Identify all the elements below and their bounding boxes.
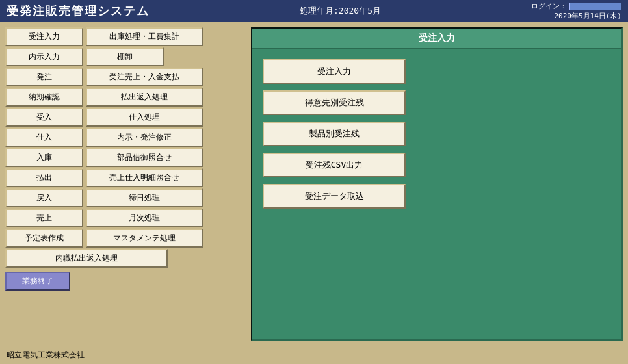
- nav-row-7: 入庫 部品借御照合せ: [5, 148, 246, 167]
- nav-row-4: 納期確認 払出返入処理: [5, 88, 246, 107]
- processing-date: 処理年月:2020年5月: [300, 5, 381, 17]
- header: 受発注販売管理システム 処理年月:2020年5月 ログイン： 2020年5月14…: [0, 0, 628, 22]
- header-right: ログイン： 2020年5月14日(木): [531, 1, 621, 21]
- btn-受注入力[interactable]: 受注入力: [5, 27, 83, 46]
- company-name: 昭立電気工業株式会社: [7, 350, 85, 361]
- nav-row-1: 受注入力 出庫処理・工費集計: [5, 27, 246, 46]
- login-bar: [569, 3, 621, 10]
- btn-仕入[interactable]: 仕入: [5, 128, 83, 147]
- btn-納期確認[interactable]: 納期確認: [5, 88, 83, 107]
- btn-部品借御照合せ[interactable]: 部品借御照合せ: [86, 148, 203, 167]
- app-title: 受発注販売管理システム: [7, 3, 150, 19]
- nav-row-9: 戻入 締日処理: [5, 188, 246, 207]
- action-btn-得意先別受注残[interactable]: 得意先別受注残: [263, 90, 406, 115]
- btn-出庫処理工費集計[interactable]: 出庫処理・工費集計: [86, 27, 203, 46]
- btn-入庫[interactable]: 入庫: [5, 148, 83, 167]
- btn-内示発注修正[interactable]: 内示・発注修正: [86, 128, 203, 147]
- btn-戻入[interactable]: 戻入: [5, 188, 83, 207]
- left-panel: 受注入力 出庫処理・工費集計 内示入力 棚卸 発注 受注売上・入金支払 納期確認…: [5, 27, 246, 341]
- right-panel-title: 受注入力: [252, 29, 621, 49]
- main-container: 受注入力 出庫処理・工費集計 内示入力 棚卸 発注 受注売上・入金支払 納期確認…: [0, 22, 628, 346]
- btn-内職払出返入処理[interactable]: 内職払出返入処理: [5, 249, 168, 268]
- btn-月次処理[interactable]: 月次処理: [86, 209, 203, 228]
- btn-マスタメンテ処理[interactable]: マスタメンテ処理: [86, 229, 203, 248]
- login-label: ログイン：: [531, 1, 567, 11]
- nav-row-11: 予定表作成 マスタメンテ処理: [5, 229, 246, 248]
- nav-row-2: 内示入力 棚卸: [5, 47, 246, 66]
- btn-払出返入処理[interactable]: 払出返入処理: [86, 88, 203, 107]
- nav-row-3: 発注 受注売上・入金支払: [5, 68, 246, 86]
- action-btn-受注残CSV出力[interactable]: 受注残CSV出力: [263, 153, 406, 177]
- current-date: 2020年5月14日(木): [531, 11, 621, 21]
- right-panel-body: 受注入力 得意先別受注残 製品別受注残 受注残CSV出力 受注データ取込: [252, 49, 621, 339]
- action-btn-受注データ取込[interactable]: 受注データ取込: [263, 184, 406, 209]
- btn-売上仕入明細照合せ[interactable]: 売上仕入明細照合せ: [86, 168, 203, 187]
- nav-row-6: 仕入 内示・発注修正: [5, 128, 246, 147]
- nav-row-12: 内職払出返入処理: [5, 249, 246, 268]
- right-panel: 受注入力 受注入力 得意先別受注残 製品別受注残 受注残CSV出力 受注データ取…: [251, 27, 623, 341]
- action-btn-製品別受注残[interactable]: 製品別受注残: [263, 122, 406, 146]
- nav-row-10: 売上 月次処理: [5, 209, 246, 228]
- footer: 昭立電気工業株式会社: [0, 346, 628, 364]
- btn-仕入処理[interactable]: 仕入処理: [86, 108, 203, 127]
- btn-業務終了[interactable]: 業務終了: [5, 272, 70, 291]
- btn-締日処理[interactable]: 締日処理: [86, 188, 203, 207]
- btn-売上[interactable]: 売上: [5, 209, 83, 228]
- nav-row-end: 業務終了: [5, 272, 246, 291]
- btn-内示入力[interactable]: 内示入力: [5, 47, 83, 66]
- btn-払出[interactable]: 払出: [5, 168, 83, 187]
- btn-発注[interactable]: 発注: [5, 68, 83, 86]
- action-btn-受注入力[interactable]: 受注入力: [263, 59, 406, 84]
- btn-予定表作成[interactable]: 予定表作成: [5, 229, 83, 248]
- nav-row-8: 払出 売上仕入明細照合せ: [5, 168, 246, 187]
- nav-row-5: 受入 仕入処理: [5, 108, 246, 127]
- btn-棚卸[interactable]: 棚卸: [86, 47, 164, 66]
- btn-受入[interactable]: 受入: [5, 108, 83, 127]
- btn-受注売上入金支払[interactable]: 受注売上・入金支払: [86, 68, 203, 86]
